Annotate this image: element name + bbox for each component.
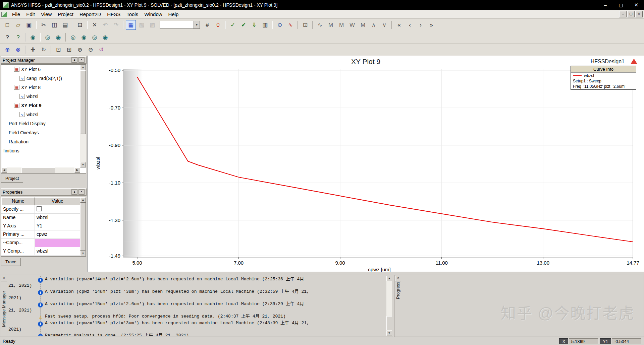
tree-item[interactable]: ▦XY Plot 9	[1, 101, 86, 110]
open-icon[interactable]: ▱	[13, 20, 23, 30]
scroll-left-icon[interactable]: ◀	[1, 167, 7, 173]
equation-icon[interactable]: ▧	[137, 20, 147, 30]
context-help-icon[interactable]: ?	[2, 32, 12, 42]
tree-item[interactable]: ∿wbzsl	[1, 92, 86, 101]
tree-item[interactable]: ▦XY Plot 8	[1, 83, 86, 92]
menu-item-view[interactable]: View	[38, 11, 55, 18]
optimetrics-icon[interactable]: ⊙	[275, 20, 285, 30]
property-value[interactable]: wbzsl	[35, 247, 80, 255]
sweep-wave-4-icon[interactable]: W	[347, 20, 357, 30]
redo-icon[interactable]: ↷	[111, 20, 121, 30]
specify-checkbox[interactable]	[37, 206, 42, 211]
tree-item[interactable]: ▦XY Plot 6	[1, 65, 86, 74]
property-value[interactable]	[35, 239, 80, 247]
message-item[interactable]: ⚠Fast sweep setup, process hf3d: Poor co…	[8, 314, 312, 320]
zoom-fit-icon[interactable]: ⊞	[64, 45, 74, 55]
minimize-button[interactable]: –	[598, 0, 613, 10]
spin-icon[interactable]: ↺	[96, 45, 106, 55]
view-axes-icon[interactable]: ⊗	[13, 45, 23, 55]
message-item[interactable]: iA variation (cpwz='15um' plzt='3um') ha…	[8, 320, 312, 332]
menu-item-report2d[interactable]: Report2D	[76, 11, 104, 18]
collapse-panel-icon[interactable]: ▴	[71, 57, 77, 63]
combo-dropdown-icon[interactable]: ▼	[194, 21, 200, 28]
menu-item-window[interactable]: Window	[141, 11, 165, 18]
warning-triangle-icon[interactable]	[631, 59, 637, 64]
tree-item[interactable]: ∿cang_rad(S(2,1))	[1, 74, 86, 83]
tree-horizontal-scrollbar[interactable]: ◀ ▶	[1, 167, 80, 173]
message-item[interactable]: iA variation (cpwz='14um' plzt='2.6um') …	[8, 276, 312, 288]
properties-vertical-scrollbar[interactable]: ▲ ▼	[80, 197, 86, 256]
close-panel-icon[interactable]: ×	[78, 57, 85, 63]
grid-settings-icon[interactable]: #	[202, 20, 212, 30]
message-item[interactable]: iParametric Analysis is done. (2:55:25 上…	[8, 333, 312, 336]
sweep-wave-7-icon[interactable]: ∨	[379, 20, 389, 30]
component-icon[interactable]: ▨	[147, 20, 157, 30]
property-row[interactable]: Y Comp...wbzsl	[1, 247, 80, 256]
scroll-down-icon[interactable]: ▼	[386, 331, 392, 336]
scrollbar-thumb[interactable]	[386, 316, 392, 330]
scroll-down-icon[interactable]: ▼	[80, 162, 86, 167]
tree-item[interactable]: Radiation	[1, 137, 86, 146]
visibility-c-icon[interactable]: ◎	[68, 32, 78, 42]
view-orientation-icon[interactable]: ⊕	[2, 45, 12, 55]
next-frame-icon[interactable]: ›	[416, 20, 426, 30]
close-panel-icon[interactable]: ×	[1, 276, 7, 281]
visibility-a-icon[interactable]: ◎	[43, 32, 53, 42]
collapse-panel-icon[interactable]: ▴	[71, 189, 77, 195]
datasets-icon[interactable]: ▦	[126, 20, 136, 30]
scrollbar-thumb[interactable]	[80, 203, 86, 251]
report-curve-icon[interactable]: ∿	[285, 20, 296, 30]
zoom-in-icon[interactable]: ⊕	[75, 45, 85, 55]
scroll-down-icon[interactable]: ▼	[80, 251, 86, 256]
mdi-close-button[interactable]: ×	[635, 11, 643, 17]
menu-item-file[interactable]: File	[9, 11, 23, 18]
property-row[interactable]: Specify ...	[1, 205, 80, 214]
first-frame-icon[interactable]: «	[394, 20, 404, 30]
close-button[interactable]: ✕	[629, 0, 644, 10]
undo-icon[interactable]: ↶	[100, 20, 110, 30]
sweep-wave-2-icon[interactable]: M	[326, 20, 336, 30]
menu-item-tools[interactable]: Tools	[123, 11, 141, 18]
message-item[interactable]: iA variation (cpwz='14um' plzt='3um') ha…	[8, 289, 312, 301]
rotate-view-icon[interactable]: ↻	[39, 45, 49, 55]
tree-vertical-scrollbar[interactable]: ▲ ▼	[80, 65, 86, 167]
validate-icon[interactable]: ✓	[228, 20, 238, 30]
property-row[interactable]: Primary ...cpwz	[1, 230, 80, 239]
menu-item-project[interactable]: Project	[55, 11, 76, 18]
xy-plot-canvas[interactable]: 5.007.009.0011.0013.0014.77-0.50-0.70-0.…	[88, 56, 644, 272]
scrollbar-thumb[interactable]	[21, 167, 55, 173]
copy-icon[interactable]: ◫	[49, 20, 59, 30]
tab-trace[interactable]: Trace	[1, 258, 21, 266]
menu-item-edit[interactable]: Edit	[23, 11, 38, 18]
close-panel-icon[interactable]: ×	[78, 189, 85, 195]
zoom-window-icon[interactable]: ⊡	[53, 45, 63, 55]
menu-item-hfss[interactable]: HFSS	[104, 11, 123, 18]
sweep-wave-6-icon[interactable]: ∧	[369, 20, 379, 30]
tree-item[interactable]: finitions	[1, 146, 86, 155]
property-value[interactable]: Y1	[35, 222, 80, 230]
scroll-up-icon[interactable]: ▲	[386, 276, 392, 281]
cut-icon[interactable]: ✂	[39, 20, 49, 30]
maximize-button[interactable]: ▢	[613, 0, 629, 10]
mdi-restore-button[interactable]: ▢	[627, 11, 635, 17]
message-item[interactable]: iA variation (cpwz='15um' plzt='2.6um') …	[8, 301, 312, 313]
submit-job-icon[interactable]: ⇓	[249, 20, 259, 30]
tree-item[interactable]: Field Overlays	[1, 128, 86, 137]
property-value[interactable]	[35, 205, 80, 213]
paste-icon[interactable]: ▤	[60, 20, 70, 30]
results-icon[interactable]: ▥	[260, 20, 270, 30]
toolbar-combobox[interactable]: ▼	[160, 21, 200, 29]
sweep-wave-5-icon[interactable]: M	[358, 20, 368, 30]
zoom-out-icon[interactable]: ⊖	[86, 45, 96, 55]
visibility-b-icon[interactable]: ◉	[53, 32, 63, 42]
property-row[interactable]: Namewbzsl	[1, 214, 80, 222]
visibility-f-icon[interactable]: ◉	[100, 32, 110, 42]
property-row[interactable]: --Comp...	[1, 239, 80, 247]
last-frame-icon[interactable]: »	[426, 20, 436, 30]
close-panel-icon[interactable]: ×	[395, 276, 401, 281]
visibility-e-icon[interactable]: ◎	[90, 32, 100, 42]
scroll-up-icon[interactable]: ▲	[80, 197, 86, 203]
chart-legend[interactable]: Curve Info wbzsl Setup1 : Sweep Freq='11…	[571, 66, 636, 90]
analyze-all-icon[interactable]: ✔	[238, 20, 249, 30]
new-icon[interactable]: □	[2, 20, 12, 30]
